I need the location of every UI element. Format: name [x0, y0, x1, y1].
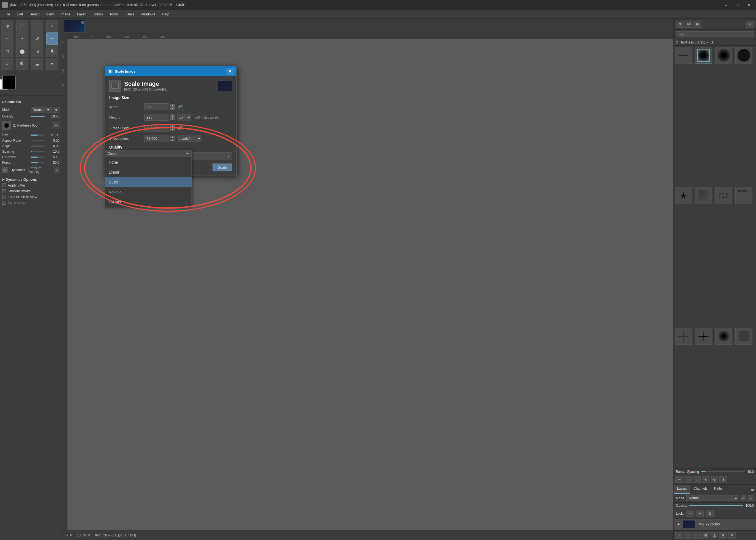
menu-view[interactable]: View: [43, 11, 57, 17]
panel-settings-btn[interactable]: ⚙: [676, 21, 683, 28]
reset-button[interactable]: Reset: [130, 163, 150, 171]
align-btn[interactable]: ↔: [1, 33, 13, 45]
menu-filters[interactable]: Filters: [121, 11, 137, 17]
height-up-btn[interactable]: ▲: [170, 114, 175, 117]
brush-item-1[interactable]: [675, 47, 692, 64]
layers-panel-menu-btn[interactable]: ☰: [749, 485, 756, 494]
lasso-btn[interactable]: ⌒: [31, 20, 43, 32]
move-tool-btn[interactable]: ⊕: [1, 20, 13, 32]
paths-btn[interactable]: ✒: [46, 58, 58, 70]
layers-tab[interactable]: Layers: [674, 485, 690, 494]
zoom-selector[interactable]: 100 % ▼: [77, 533, 91, 537]
height-input[interactable]: [144, 114, 169, 121]
height-spinner[interactable]: ▲ ▼: [170, 114, 175, 120]
menu-windows[interactable]: Windows: [137, 11, 159, 17]
lower-layer-btn[interactable]: ↓: [693, 532, 701, 539]
transform-btn[interactable]: ↺: [31, 33, 43, 45]
brush-item-6[interactable]: [695, 187, 712, 204]
resolution-unit-select[interactable]: pixels/in pixels/mm: [177, 135, 202, 142]
eyedropper-btn[interactable]: ⬦: [1, 58, 13, 70]
scale-image-dialog[interactable]: 🖼 Scale Image ✕ Scale Image [IMG_2952-30…: [104, 66, 237, 176]
lock-alpha-btn[interactable]: ⊠: [706, 510, 714, 517]
new-layer-btn[interactable]: +: [676, 532, 683, 539]
fuzzy-select-btn[interactable]: ⍟: [46, 20, 58, 32]
dialog-close-btn[interactable]: ✕: [227, 68, 234, 75]
layers-opacity-slider[interactable]: [689, 505, 743, 506]
brush-item-10[interactable]: [695, 328, 712, 345]
interpolation-select[interactable]: None Linear Cubic NoHalo LoHalo: [144, 152, 232, 160]
smudge-btn[interactable]: ☁: [31, 58, 43, 70]
close-image-btn[interactable]: ✕: [81, 21, 84, 24]
incremental-checkbox[interactable]: [2, 201, 6, 205]
brush-copy-btn[interactable]: ⊡: [693, 476, 701, 483]
bucket-fill-btn[interactable]: ⬤: [16, 45, 28, 57]
width-input[interactable]: [144, 103, 169, 110]
layers-mode-reset-btn[interactable]: ↺: [741, 495, 746, 501]
dynamics-edit-btn[interactable]: ✏: [54, 167, 60, 173]
merge-layers-btn[interactable]: ⊕: [719, 532, 727, 539]
y-res-up-btn[interactable]: ▲: [170, 136, 175, 138]
text-btn[interactable]: A: [46, 45, 58, 57]
brush-item-11[interactable]: [715, 328, 732, 345]
eraser-btn[interactable]: ◻: [1, 45, 13, 57]
dynamics-icon[interactable]: ⟳: [2, 167, 8, 173]
minimize-button[interactable]: –: [721, 1, 731, 9]
cancel-button[interactable]: Cancel: [152, 163, 174, 171]
menu-select[interactable]: Select: [26, 11, 43, 17]
brush-item-9[interactable]: [675, 328, 692, 345]
menu-file[interactable]: File: [1, 11, 14, 17]
brush-item-4[interactable]: [735, 47, 752, 64]
panel-tab-btn[interactable]: Aa: [685, 21, 692, 28]
menu-colors[interactable]: Colors: [89, 11, 106, 17]
x-res-down-btn[interactable]: ▼: [170, 128, 175, 131]
smooth-stroke-checkbox[interactable]: [2, 189, 6, 193]
maximize-button[interactable]: □: [732, 1, 742, 9]
brush-item-2[interactable]: [695, 47, 712, 64]
brush-preview-icon[interactable]: [2, 121, 11, 130]
y-res-down-btn[interactable]: ▼: [170, 139, 175, 141]
x-resolution-spinner[interactable]: ▲ ▼: [170, 125, 175, 131]
lock-brush-checkbox[interactable]: [2, 195, 6, 199]
width-spinner[interactable]: ▲ ▼: [170, 104, 175, 110]
anchor-layer-btn[interactable]: ⚓: [710, 532, 718, 539]
close-button[interactable]: ✕: [744, 1, 754, 9]
brush-refresh-btn[interactable]: ↺: [710, 476, 718, 483]
force-slider[interactable]: [31, 162, 45, 163]
spacing-slider[interactable]: [31, 151, 45, 152]
brush-item-12[interactable]: [735, 328, 752, 345]
raise-layer-btn[interactable]: ↑: [684, 532, 692, 539]
channels-tab[interactable]: Channels: [690, 485, 711, 494]
zoom-btn[interactable]: 🔍: [16, 58, 28, 70]
brush-edit-btn[interactable]: ✏: [676, 476, 683, 483]
menu-tools[interactable]: Tools: [106, 11, 121, 17]
unit-selector[interactable]: px ▼: [65, 533, 73, 537]
brush-edit-btn[interactable]: ✏: [54, 122, 60, 128]
foreground-color-swatch[interactable]: [2, 76, 16, 89]
y-resolution-input[interactable]: [144, 135, 169, 142]
brush-filter-input[interactable]: [676, 31, 754, 38]
apply-jitter-checkbox[interactable]: [2, 184, 6, 187]
help-button[interactable]: Help: [109, 163, 127, 171]
hardness-slider[interactable]: [31, 157, 45, 158]
duplicate-layer-btn[interactable]: ⊡: [702, 532, 709, 539]
menu-image[interactable]: Image: [57, 11, 74, 17]
dynamics-options-header[interactable]: ▶ Dynamics Options: [2, 177, 60, 183]
unit-select[interactable]: px % in mm: [177, 114, 191, 121]
layer-item[interactable]: 👁 IMG_2952-300: [674, 518, 756, 530]
menu-edit[interactable]: Edit: [14, 11, 26, 17]
width-chain-icon[interactable]: 🔗: [177, 103, 183, 111]
lock-pixels-btn[interactable]: ✏: [686, 510, 694, 517]
scale-button[interactable]: Scale: [213, 163, 232, 171]
brush-new-btn[interactable]: ⬚: [684, 476, 692, 483]
image-thumbnail-tab[interactable]: ✕: [64, 20, 85, 33]
mode-reset-btn[interactable]: ↺: [53, 107, 60, 113]
height-down-btn[interactable]: ▼: [170, 117, 175, 120]
clone-btn[interactable]: ⊡: [31, 45, 43, 57]
layers-mode-select[interactable]: Normal: [686, 495, 738, 501]
menu-layer[interactable]: Layer: [74, 11, 89, 17]
brush-item-8[interactable]: [735, 187, 752, 204]
aspect-ratio-slider[interactable]: [31, 140, 45, 141]
opacity-slider[interactable]: [31, 116, 45, 117]
resolution-chain-icon[interactable]: 🔗: [177, 124, 183, 132]
crop-btn[interactable]: ✂: [16, 33, 28, 45]
